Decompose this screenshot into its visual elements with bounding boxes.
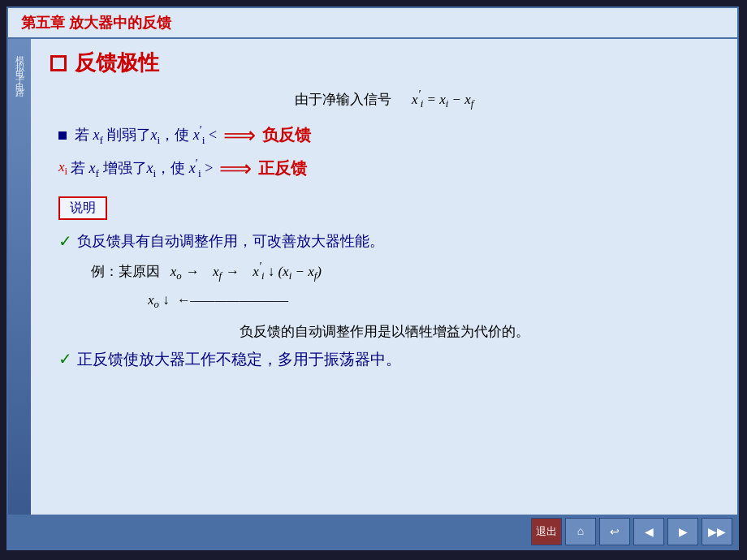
bullet-text-1: 若 xf 削弱了xi，使 x′i < bbox=[75, 124, 217, 147]
section-title: 反馈极性 bbox=[75, 49, 159, 77]
bullet-prefix-2: xi bbox=[58, 159, 67, 178]
title-bar: 第五章 放大器中的反馈 bbox=[8, 8, 737, 39]
explain-box-wrapper: 说明 bbox=[50, 188, 718, 225]
nav-bar: 退出 ⌂ ↩ ◀ ▶ ▶▶ bbox=[8, 515, 737, 549]
result-label-1: 负反馈 bbox=[262, 124, 311, 146]
explain-box: 说明 bbox=[58, 196, 107, 220]
example-label: 例：某原因 bbox=[91, 264, 167, 279]
left-sidebar: 模 拟 电 子 电 路 bbox=[8, 39, 31, 518]
checkmark-row-1: ✓ 负反馈具有自动调整作用，可改善放大器性能。 bbox=[50, 231, 718, 251]
checkmark-icon-final: ✓ bbox=[58, 349, 72, 368]
last-icon: ▶▶ bbox=[708, 525, 726, 539]
intro-formula: x′i = xi − xf bbox=[412, 92, 473, 107]
bullet-icon-1 bbox=[58, 131, 67, 140]
example-formula-2: xo ↓ ←———————— bbox=[148, 292, 288, 308]
bullet-row-2: xi 若 xf 增强了xi，使 x′i > ⟹ 正反馈 bbox=[50, 155, 718, 182]
prev-button[interactable]: ◀ bbox=[633, 518, 664, 545]
intro-label: 由于净输入信号 bbox=[295, 92, 391, 107]
intro-row: 由于净输入信号 x′i = xi − xf bbox=[50, 88, 718, 110]
slide-container: 第五章 放大器中的反馈 模 拟 电 子 电 路 反馈极性 由于净输入信号 x′i… bbox=[6, 6, 739, 550]
checkbox-icon bbox=[50, 55, 67, 71]
back-button[interactable]: ↩ bbox=[599, 518, 630, 545]
check-text-final: 正反馈使放大器工作不稳定，多用于振荡器中。 bbox=[77, 349, 401, 370]
checkmark-icon-1: ✓ bbox=[58, 231, 72, 251]
back-icon: ↩ bbox=[610, 525, 620, 539]
slide-title: 第五章 放大器中的反馈 bbox=[21, 13, 171, 32]
next-icon: ▶ bbox=[679, 525, 688, 539]
bullet-row-1: 若 xf 削弱了xi，使 x′i < ⟹ 负反馈 bbox=[50, 122, 718, 149]
exit-label: 退出 bbox=[536, 524, 557, 539]
arrow-1: ⟹ bbox=[223, 122, 256, 149]
section-heading: 反馈极性 bbox=[50, 49, 718, 77]
example-row: 例：某原因 xo → xf → x′i ↓ (xi − xf) bbox=[50, 257, 718, 286]
check-text-1: 负反馈具有自动调整作用，可改善放大器性能。 bbox=[77, 231, 384, 251]
arrow-2: ⟹ bbox=[219, 155, 252, 182]
result-label-2: 正反馈 bbox=[258, 157, 307, 179]
prev-icon: ◀ bbox=[645, 525, 654, 539]
bottom-note: 负反馈的自动调整作用是以牺牲增益为代价的。 bbox=[50, 322, 718, 341]
example-formula: xo → xf → x′i ↓ (xi − xf) bbox=[171, 264, 322, 279]
home-icon: ⌂ bbox=[577, 525, 584, 538]
checkmark-row-final: ✓ 正反馈使放大器工作不稳定，多用于振荡器中。 bbox=[50, 349, 718, 370]
exit-button[interactable]: 退出 bbox=[531, 518, 562, 545]
content-area: 反馈极性 由于净输入信号 x′i = xi − xf 若 xf 削弱了xi，使 … bbox=[31, 39, 737, 515]
note-text: 负反馈的自动调整作用是以牺牲增益为代价的。 bbox=[240, 324, 529, 339]
bullet-text-2: 若 xf 增强了xi，使 x′i > bbox=[71, 157, 213, 180]
example-row-2: xo ↓ ←———————— bbox=[50, 289, 718, 314]
home-button[interactable]: ⌂ bbox=[565, 518, 596, 545]
next-button[interactable]: ▶ bbox=[667, 518, 698, 545]
last-button[interactable]: ▶▶ bbox=[702, 518, 732, 545]
